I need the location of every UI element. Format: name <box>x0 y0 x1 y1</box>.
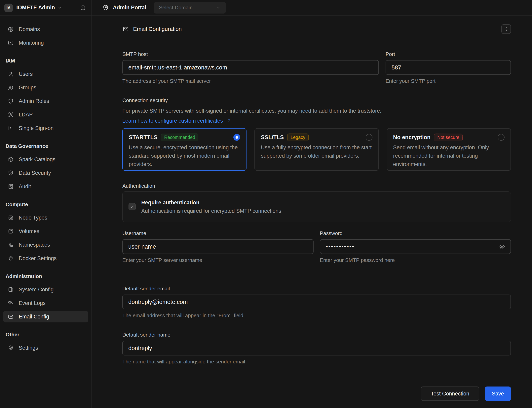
sidebar-item-system-config[interactable]: System Config <box>3 284 88 295</box>
password-input[interactable] <box>320 239 511 254</box>
smtp-host-helper: The address of your SMTP mail server <box>122 78 379 84</box>
sidebar-section-iam: IAM <box>6 58 88 64</box>
container-icon <box>8 255 14 262</box>
storage-card-icon <box>8 228 14 234</box>
sidebar-item-node-types[interactable]: Node Types <box>3 212 88 223</box>
require-authentication-text: Require authentication Authentication is… <box>141 199 281 214</box>
radio-unselected-icon[interactable] <box>498 134 505 141</box>
sidebar-section-compute: Compute <box>6 201 88 208</box>
checkbox-checked-icon[interactable] <box>129 203 136 210</box>
smtp-host-label: SMTP host <box>122 51 379 57</box>
envelope-icon <box>8 314 14 320</box>
sidebar-item-users[interactable]: Users <box>3 68 88 80</box>
sidebar-item-settings[interactable]: Settings <box>3 342 88 354</box>
smtp-host-input[interactable] <box>122 60 379 75</box>
sender-email-label: Default sender email <box>122 285 511 292</box>
sidebar-item-data-security[interactable]: Data Security <box>3 167 88 179</box>
connection-security-options: STARTTLS Recommended Use a secure, encry… <box>122 128 511 171</box>
sidebar-item-volumes[interactable]: Volumes <box>3 226 88 237</box>
sender-email-input[interactable] <box>122 295 511 309</box>
smtp-host-port-row: SMTP host The address of your SMTP mail … <box>122 51 511 84</box>
sidebar-item-groups[interactable]: Groups <box>3 82 88 93</box>
sidebar-item-docker-settings[interactable]: Docker Settings <box>3 253 88 264</box>
sidebar-item-monitoring[interactable]: Monitoring <box>3 37 88 49</box>
chip-icon <box>8 214 14 221</box>
sender-name-input[interactable] <box>122 341 511 356</box>
sidebar-item-label: Users <box>19 71 33 77</box>
more-actions-button[interactable] <box>501 24 511 34</box>
topbar: Admin Portal Select Domain <box>91 0 532 16</box>
password-label: Password <box>320 230 511 237</box>
sidebar-item-label: Admin Roles <box>19 98 49 104</box>
option-description: Use a fully encrypted connection from th… <box>261 143 372 160</box>
sidebar-item-email-config[interactable]: Email Config <box>3 311 88 323</box>
option-ssl-tls-header: SSL/TLS Legacy <box>261 133 372 141</box>
sign-in-icon <box>8 125 14 131</box>
audit-doc-icon <box>8 183 14 190</box>
sidebar-item-label: Spark Catalogs <box>19 156 56 163</box>
sidebar-nav: Domains Monitoring IAM Users Groups Admi… <box>0 16 91 408</box>
option-no-encryption[interactable]: No encryption Not secure Send email with… <box>387 128 511 171</box>
globe-icon <box>8 26 14 33</box>
sidebar-item-spark-catalogs[interactable]: Spark Catalogs <box>3 154 88 165</box>
sidebar-item-event-logs[interactable]: Event Logs <box>3 297 88 309</box>
sender-email-helper: The email address that will appear in th… <box>122 313 511 318</box>
workspace-name: IOMETE Admin <box>16 5 55 11</box>
sidebar-item-label: Groups <box>19 85 36 91</box>
save-button[interactable]: Save <box>485 386 511 401</box>
sidebar-item-label: Single Sign-on <box>19 125 54 131</box>
certificates-link[interactable]: Learn how to configure custom certificat… <box>122 117 231 125</box>
port-input[interactable] <box>386 60 511 75</box>
shield-slash-icon <box>8 170 14 176</box>
monitoring-icon <box>8 40 14 46</box>
sidebar-item-label: Docker Settings <box>19 255 57 262</box>
sender-name-helper: The name that will appear alongside the … <box>122 359 511 365</box>
sidebar-item-admin-roles[interactable]: Admin Roles <box>3 95 88 107</box>
sender-name-field-group: Default sender name The name that will a… <box>122 332 511 365</box>
sidebar-item-audit[interactable]: Audit <box>3 181 88 192</box>
option-no-encryption-header: No encryption Not secure <box>393 133 505 141</box>
sidebar-item-namespaces[interactable]: Namespaces <box>3 239 88 251</box>
sender-email-field-group: Default sender email The email address t… <box>122 285 511 318</box>
radio-unselected-icon[interactable] <box>366 134 373 141</box>
connection-security-description: For private SMTP servers with self-signe… <box>122 107 511 115</box>
radio-selected-icon[interactable] <box>233 134 240 141</box>
shield-key-icon <box>102 4 109 11</box>
domain-select-value: Select Domain <box>159 5 193 11</box>
option-title: No encryption <box>393 134 431 141</box>
option-ssl-tls[interactable]: SSL/TLS Legacy Use a fully encrypted con… <box>254 128 379 171</box>
sidebar-section-other: Other <box>6 332 88 338</box>
eye-off-icon[interactable] <box>499 243 506 250</box>
connection-security-label: Connection security <box>122 97 511 103</box>
sidebar-item-label: Data Security <box>19 170 51 176</box>
shapes-icon <box>8 242 14 248</box>
password-field-group: Password Enter your SMTP password here <box>320 230 511 263</box>
workspace-switcher[interactable]: IA IOMETE Admin <box>0 0 91 16</box>
sidebar-item-label: Audit <box>19 184 31 190</box>
port-label: Port <box>386 51 511 57</box>
chevron-down-icon <box>57 5 62 10</box>
require-authentication-description: Authentication is required for encrypted… <box>141 208 281 214</box>
external-link-icon <box>226 118 231 123</box>
sidebar-item-ldap[interactable]: LDAP <box>3 109 88 120</box>
id-badge-icon <box>8 111 14 118</box>
test-connection-button[interactable]: Test Connection <box>421 386 479 401</box>
connection-security-section: Connection security For private SMTP ser… <box>122 97 511 171</box>
username-input[interactable] <box>122 239 314 254</box>
sidebar-item-domains[interactable]: Domains <box>3 24 88 35</box>
not-secure-badge: Not secure <box>434 134 463 141</box>
sidebar-item-label: Namespaces <box>19 242 50 248</box>
require-authentication-label: Require authentication <box>141 199 281 206</box>
shield-icon <box>8 98 14 104</box>
page-header: Email Configuration <box>122 24 511 34</box>
sidebar-item-single-sign-on[interactable]: Single Sign-on <box>3 122 88 134</box>
certificates-link-text: Learn how to configure custom certificat… <box>122 117 223 125</box>
username-label: Username <box>122 230 314 237</box>
option-starttls[interactable]: STARTTLS Recommended Use a secure, encry… <box>122 128 247 171</box>
mail-icon <box>122 26 129 33</box>
domain-select[interactable]: Select Domain <box>154 2 226 14</box>
sidebar-toggle-icon[interactable] <box>80 5 86 11</box>
email-config-page: Email Configuration SMTP host The addres… <box>91 16 532 408</box>
sidebar-item-label: Monitoring <box>19 40 44 46</box>
chevron-down-icon <box>216 5 221 10</box>
